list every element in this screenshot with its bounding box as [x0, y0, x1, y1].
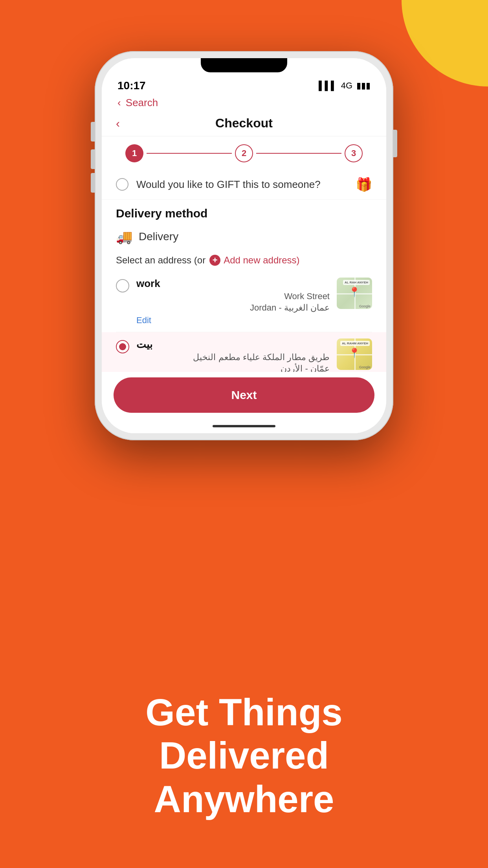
- next-button[interactable]: Next: [114, 377, 374, 413]
- home-bar: [213, 425, 275, 427]
- truck-icon: 🚚: [116, 229, 132, 245]
- phone-screen: 10:17 ▌▌▌ 4G ▮▮▮ ‹ Search ‹ Checkout: [102, 58, 386, 433]
- gift-radio[interactable]: [116, 178, 128, 191]
- addr-city-beit: عمّان - الأردن: [136, 364, 330, 372]
- step-line-2: [256, 153, 341, 154]
- status-time: 10:17: [117, 79, 146, 92]
- status-bar: 10:17 ▌▌▌ 4G ▮▮▮: [102, 72, 386, 95]
- screen-content: Would you like to GIFT this to someone? …: [102, 169, 386, 433]
- addr-map-beit: 📍 AL RAHM ANYEH Google: [337, 338, 372, 370]
- step-2: 2: [235, 144, 253, 162]
- battery-icon: ▮▮▮: [356, 81, 371, 91]
- gift-icon: 🎁: [356, 177, 372, 192]
- gift-label: Would you like to GIFT this to someone?: [136, 178, 356, 191]
- step-line-1: [147, 153, 232, 154]
- tagline-line3: Anywhere: [154, 778, 334, 820]
- address-item-work[interactable]: work Work Street عمان الغربية - Jordan E…: [116, 271, 372, 332]
- page-title: Checkout: [215, 116, 273, 131]
- tagline-line1: Get Things: [145, 691, 342, 733]
- gift-row[interactable]: Would you like to GIFT this to someone? …: [102, 169, 386, 200]
- delivery-label: Delivery: [139, 230, 178, 243]
- address-info-beit: بيت طريق مطار الملكة علياء مطعم النخيل ع…: [136, 338, 330, 372]
- tagline: Get Things Delivered Anywhere: [0, 691, 488, 821]
- step-3: 3: [345, 144, 363, 162]
- home-indicator: [102, 419, 386, 433]
- yellow-blob: [402, 0, 488, 86]
- scroll-area: Would you like to GIFT this to someone? …: [102, 169, 386, 372]
- address-item-beit[interactable]: بيت طريق مطار الملكة علياء مطعم النخيل ع…: [102, 332, 386, 372]
- notch: [201, 58, 287, 72]
- addr-street-work: Work Street: [136, 291, 330, 302]
- addr-name-work: work: [136, 278, 330, 290]
- search-back-row: ‹ Search: [102, 95, 386, 112]
- delivery-method-label: Delivery method: [102, 200, 386, 224]
- add-icon: +: [209, 255, 220, 266]
- status-icons: ▌▌▌ 4G ▮▮▮: [319, 81, 371, 91]
- addr-street-beit: طريق مطار الملكة علياء مطعم النخيل: [136, 352, 330, 362]
- back-button[interactable]: ‹: [116, 117, 120, 130]
- addr-map-work: 📍 AL RAH ANYEH Google: [337, 278, 372, 309]
- addr-name-beit: بيت: [136, 338, 330, 351]
- address-info-work: work Work Street عمان الغربية - Jordan E…: [136, 278, 330, 326]
- phone-shell: 10:17 ▌▌▌ 4G ▮▮▮ ‹ Search ‹ Checkout: [95, 51, 393, 440]
- delivery-option[interactable]: 🚚 Delivery: [102, 224, 386, 251]
- address-radio-beit[interactable]: [116, 340, 129, 353]
- tagline-line2: Delivered: [159, 734, 329, 776]
- addr-edit-work[interactable]: Edit: [136, 315, 330, 326]
- back-label: Search: [126, 97, 158, 108]
- select-address-text: Select an address (or: [116, 255, 205, 266]
- address-header: Select an address (or + Add new address): [102, 251, 386, 271]
- app-header: ‹ Checkout: [102, 112, 386, 136]
- network-label: 4G: [341, 81, 352, 91]
- address-radio-work[interactable]: [116, 279, 129, 292]
- signal-icon: ▌▌▌: [319, 81, 337, 91]
- add-address-label: Add new address): [224, 255, 299, 266]
- address-list: work Work Street عمان الغربية - Jordan E…: [102, 271, 386, 372]
- progress-bar: 1 2 3: [102, 136, 386, 169]
- add-address-button[interactable]: + Add new address): [209, 255, 299, 266]
- addr-city-work: عمان الغربية - Jordan: [136, 303, 330, 313]
- back-to-search[interactable]: ‹ Search: [117, 98, 160, 108]
- step-1: 1: [125, 144, 143, 162]
- chevron-left-icon: ‹: [117, 97, 121, 108]
- phone-mockup: 10:17 ▌▌▌ 4G ▮▮▮ ‹ Search ‹ Checkout: [95, 51, 393, 440]
